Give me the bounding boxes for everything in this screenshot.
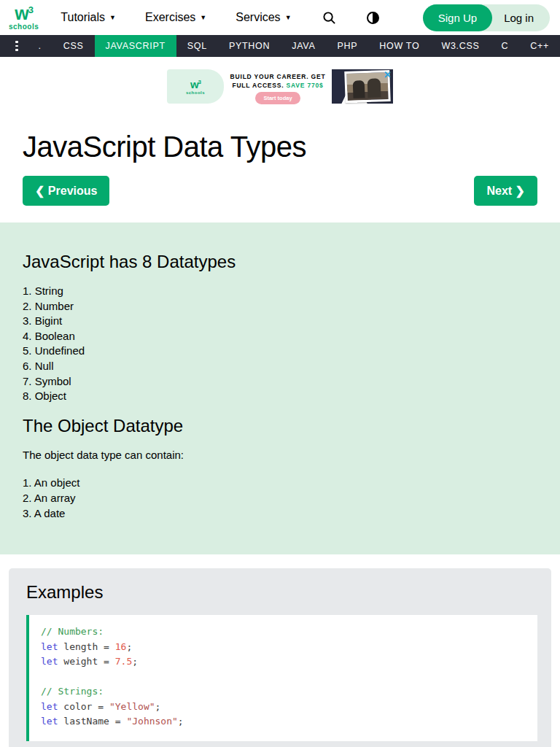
- list-item: 7. Symbol: [23, 374, 537, 390]
- nav-tab-java[interactable]: JAVA: [281, 35, 326, 57]
- nav-tab-php[interactable]: PHP: [326, 35, 368, 57]
- datatypes-heading: JavaScript has 8 Datatypes: [23, 252, 537, 272]
- list-item: 2. An array: [23, 491, 537, 506]
- ad-save-highlight: SAVE 770$: [287, 82, 324, 89]
- code-example-block: // Numbers:let length = 16;let weight = …: [26, 615, 537, 741]
- ad-copy: BUILD YOUR CAREER. GET FULL ACCESS. SAVE…: [224, 69, 332, 104]
- list-item: 4. Boolean: [23, 329, 537, 344]
- list-item: 1. An object: [23, 476, 537, 491]
- nav-tab-c[interactable]: C++: [519, 35, 560, 57]
- auth-buttons: Sign Up Log in: [423, 4, 550, 31]
- list-item: 8. Object: [23, 389, 537, 404]
- w3schools-logo[interactable]: w3 schools: [9, 4, 39, 31]
- nav-tab-strip: .CSSJAVASCRIPTSQLPYTHONJAVAPHPHOW TOW3.C…: [28, 35, 560, 57]
- ad-line-1: BUILD YOUR CAREER. GET: [224, 72, 332, 81]
- code-line: let color = "Yellow";: [41, 700, 526, 715]
- ad-logo-panel: w3 schools: [167, 69, 224, 104]
- code-line: let weight = 7.5;: [41, 654, 526, 670]
- ad-close-icon[interactable]: ✕: [384, 70, 392, 80]
- code-line: [41, 670, 526, 685]
- page-head: JavaScript Data Types ❮ Previous Next ❯: [0, 131, 560, 206]
- ad-banner[interactable]: w3 schools BUILD YOUR CAREER. GET FULL A…: [167, 69, 393, 104]
- nav-tab-javascript[interactable]: JAVASCRIPT: [95, 35, 176, 57]
- top-menu-bar: Tutorials▼Exercises▼Services▼: [61, 11, 291, 24]
- ad-start-today-button[interactable]: Start today: [255, 92, 300, 104]
- nav-tab-python[interactable]: PYTHON: [218, 35, 281, 57]
- object-datatype-heading: The Object Datatype: [23, 416, 537, 436]
- topbar: w3 schools Tutorials▼Exercises▼Services▼…: [0, 0, 560, 35]
- code-line: // Numbers:: [41, 624, 526, 640]
- ad-line-2: FULL ACCESS. SAVE 770$: [224, 81, 332, 90]
- caret-down-icon: ▼: [200, 15, 206, 21]
- top-menu-label: Exercises: [145, 11, 195, 24]
- object-contains-list: 1. An object2. An array3. A date: [23, 476, 537, 521]
- list-item: 2. Number: [23, 299, 537, 314]
- previous-button[interactable]: ❮ Previous: [23, 176, 109, 206]
- menu-icon[interactable]: [6, 35, 28, 57]
- list-item: 3. A date: [23, 506, 537, 522]
- datatypes-list: 1. String2. Number3. Bigint4. Boolean5. …: [23, 284, 537, 404]
- primary-navbar: .CSSJAVASCRIPTSQLPYTHONJAVAPHPHOW TOW3.C…: [0, 35, 560, 57]
- next-button[interactable]: Next ❯: [474, 176, 537, 206]
- top-menu-label: Services: [236, 11, 280, 24]
- nav-tab-howto[interactable]: HOW TO: [368, 35, 430, 57]
- caret-down-icon: ▼: [109, 15, 116, 21]
- top-menu-label: Tutorials: [61, 11, 105, 24]
- dark-mode-toggle-icon[interactable]: [367, 12, 379, 24]
- top-menu-services[interactable]: Services▼: [236, 11, 291, 24]
- list-item: 1. String: [23, 284, 537, 299]
- nav-tab-c[interactable]: C: [491, 35, 520, 57]
- sign-up-button[interactable]: Sign Up: [423, 4, 492, 31]
- examples-heading: Examples: [26, 582, 537, 603]
- nav-tab-css[interactable]: CSS: [52, 35, 95, 57]
- code-line: let length = 16;: [41, 640, 526, 655]
- list-item: 6. Null: [23, 359, 537, 374]
- nav-tab-sql[interactable]: SQL: [176, 35, 218, 57]
- datatypes-section: JavaScript has 8 Datatypes 1. String2. N…: [0, 222, 560, 554]
- page-title: JavaScript Data Types: [23, 131, 537, 163]
- list-item: 3. Bigint: [23, 314, 537, 329]
- list-item: 5. Undefined: [23, 344, 537, 359]
- nav-tab-[interactable]: .: [28, 35, 52, 57]
- pager-row: ❮ Previous Next ❯: [23, 176, 537, 206]
- object-datatype-paragraph: The object data type can contain:: [23, 448, 537, 463]
- code-line: let lastName = "Johnson";: [41, 714, 526, 729]
- search-icon[interactable]: [322, 11, 336, 25]
- code-line: // Strings:: [41, 684, 526, 700]
- logo-schools-text: schools: [9, 23, 39, 31]
- log-in-button[interactable]: Log in: [492, 12, 550, 24]
- top-menu-exercises[interactable]: Exercises▼: [145, 11, 206, 24]
- caret-down-icon: ▼: [285, 15, 292, 21]
- nav-tab-w3css[interactable]: W3.CSS: [430, 35, 490, 57]
- ad-logo-icon: w3: [190, 79, 201, 90]
- top-menu-tutorials[interactable]: Tutorials▼: [61, 11, 116, 24]
- logo-w-icon: w3: [15, 4, 33, 23]
- examples-panel: Examples // Numbers:let length = 16;let …: [9, 568, 551, 747]
